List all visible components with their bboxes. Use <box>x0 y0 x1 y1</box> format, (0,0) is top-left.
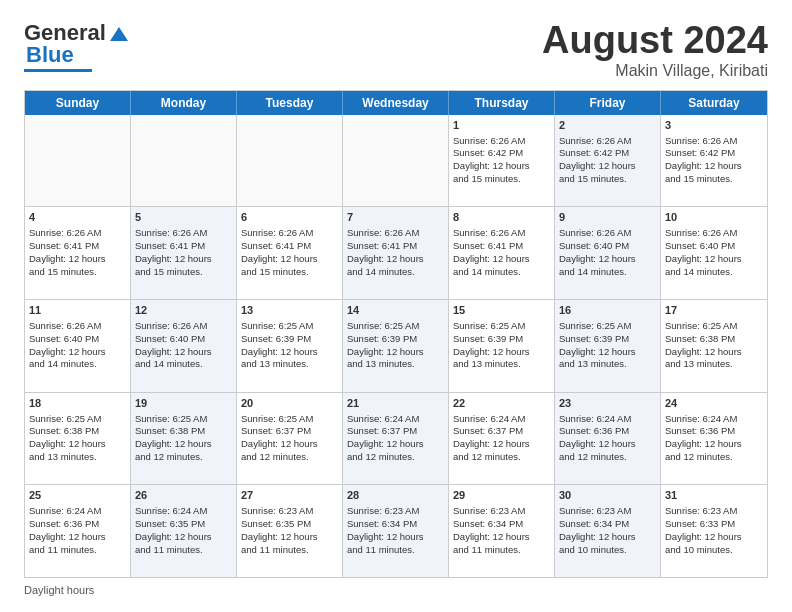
day-info: Daylight: 12 hours <box>135 346 232 359</box>
day-info: and 14 minutes. <box>453 266 550 279</box>
day-number: 25 <box>29 488 126 503</box>
day-info: Daylight: 12 hours <box>453 160 550 173</box>
day-number: 30 <box>559 488 656 503</box>
empty-cell <box>131 115 237 207</box>
day-info: Sunset: 6:40 PM <box>29 333 126 346</box>
day-info: Daylight: 12 hours <box>453 531 550 544</box>
day-info: and 12 minutes. <box>347 451 444 464</box>
day-cell-8: 8Sunrise: 6:26 AMSunset: 6:41 PMDaylight… <box>449 207 555 299</box>
empty-cell <box>343 115 449 207</box>
day-number: 26 <box>135 488 232 503</box>
day-info: and 13 minutes. <box>29 451 126 464</box>
day-number: 27 <box>241 488 338 503</box>
day-info: Daylight: 12 hours <box>241 531 338 544</box>
calendar: SundayMondayTuesdayWednesdayThursdayFrid… <box>24 90 768 578</box>
day-info: Daylight: 12 hours <box>135 531 232 544</box>
day-info: and 11 minutes. <box>453 544 550 557</box>
day-info: Daylight: 12 hours <box>453 253 550 266</box>
day-cell-29: 29Sunrise: 6:23 AMSunset: 6:34 PMDayligh… <box>449 485 555 577</box>
day-info: Sunset: 6:34 PM <box>453 518 550 531</box>
day-info: Sunset: 6:34 PM <box>347 518 444 531</box>
day-info: Sunrise: 6:26 AM <box>665 135 763 148</box>
svg-marker-0 <box>110 27 128 41</box>
day-number: 3 <box>665 118 763 133</box>
day-info: and 13 minutes. <box>665 358 763 371</box>
day-info: Sunset: 6:42 PM <box>453 147 550 160</box>
day-info: Sunrise: 6:25 AM <box>665 320 763 333</box>
day-header-tuesday: Tuesday <box>237 91 343 115</box>
subtitle: Makin Village, Kiribati <box>542 62 768 80</box>
day-info: Daylight: 12 hours <box>241 346 338 359</box>
day-info: Daylight: 12 hours <box>453 346 550 359</box>
day-info: and 15 minutes. <box>241 266 338 279</box>
day-info: Sunset: 6:36 PM <box>29 518 126 531</box>
day-header-sunday: Sunday <box>25 91 131 115</box>
day-cell-21: 21Sunrise: 6:24 AMSunset: 6:37 PMDayligh… <box>343 393 449 485</box>
day-info: Daylight: 12 hours <box>347 438 444 451</box>
day-number: 24 <box>665 396 763 411</box>
day-info: and 15 minutes. <box>135 266 232 279</box>
day-info: and 14 minutes. <box>29 358 126 371</box>
main-title: August 2024 <box>542 20 768 62</box>
day-cell-19: 19Sunrise: 6:25 AMSunset: 6:38 PMDayligh… <box>131 393 237 485</box>
day-number: 18 <box>29 396 126 411</box>
day-number: 8 <box>453 210 550 225</box>
day-info: and 10 minutes. <box>665 544 763 557</box>
page: General Blue August 2024 Makin Village, … <box>0 0 792 612</box>
day-cell-23: 23Sunrise: 6:24 AMSunset: 6:36 PMDayligh… <box>555 393 661 485</box>
day-number: 9 <box>559 210 656 225</box>
day-info: Sunrise: 6:25 AM <box>559 320 656 333</box>
day-info: and 11 minutes. <box>347 544 444 557</box>
day-info: and 12 minutes. <box>665 451 763 464</box>
day-info: and 13 minutes. <box>347 358 444 371</box>
day-cell-13: 13Sunrise: 6:25 AMSunset: 6:39 PMDayligh… <box>237 300 343 392</box>
day-number: 6 <box>241 210 338 225</box>
day-info: and 13 minutes. <box>241 358 338 371</box>
day-info: Sunrise: 6:24 AM <box>559 413 656 426</box>
day-cell-15: 15Sunrise: 6:25 AMSunset: 6:39 PMDayligh… <box>449 300 555 392</box>
day-info: Daylight: 12 hours <box>29 531 126 544</box>
day-info: Sunset: 6:38 PM <box>29 425 126 438</box>
day-header-thursday: Thursday <box>449 91 555 115</box>
day-number: 17 <box>665 303 763 318</box>
calendar-row-1: 1Sunrise: 6:26 AMSunset: 6:42 PMDaylight… <box>25 115 767 208</box>
day-info: Daylight: 12 hours <box>559 160 656 173</box>
day-info: Daylight: 12 hours <box>665 253 763 266</box>
day-info: Sunset: 6:37 PM <box>453 425 550 438</box>
day-number: 31 <box>665 488 763 503</box>
day-info: Daylight: 12 hours <box>665 346 763 359</box>
calendar-body: 1Sunrise: 6:26 AMSunset: 6:42 PMDaylight… <box>25 115 767 577</box>
day-info: Sunset: 6:37 PM <box>347 425 444 438</box>
day-info: Sunrise: 6:26 AM <box>453 227 550 240</box>
day-info: Sunset: 6:41 PM <box>241 240 338 253</box>
logo-part2: Blue <box>26 42 74 68</box>
empty-cell <box>25 115 131 207</box>
day-number: 13 <box>241 303 338 318</box>
day-cell-1: 1Sunrise: 6:26 AMSunset: 6:42 PMDaylight… <box>449 115 555 207</box>
calendar-row-4: 18Sunrise: 6:25 AMSunset: 6:38 PMDayligh… <box>25 393 767 486</box>
day-number: 12 <box>135 303 232 318</box>
day-number: 1 <box>453 118 550 133</box>
day-number: 14 <box>347 303 444 318</box>
day-info: Sunrise: 6:24 AM <box>29 505 126 518</box>
day-number: 16 <box>559 303 656 318</box>
day-info: Sunset: 6:40 PM <box>559 240 656 253</box>
day-info: and 15 minutes. <box>453 173 550 186</box>
day-cell-28: 28Sunrise: 6:23 AMSunset: 6:34 PMDayligh… <box>343 485 449 577</box>
day-info: and 14 minutes. <box>559 266 656 279</box>
day-info: Sunset: 6:41 PM <box>29 240 126 253</box>
day-cell-17: 17Sunrise: 6:25 AMSunset: 6:38 PMDayligh… <box>661 300 767 392</box>
day-info: Sunset: 6:40 PM <box>135 333 232 346</box>
day-info: Sunset: 6:42 PM <box>665 147 763 160</box>
day-info: Sunrise: 6:26 AM <box>241 227 338 240</box>
day-cell-31: 31Sunrise: 6:23 AMSunset: 6:33 PMDayligh… <box>661 485 767 577</box>
day-info: Daylight: 12 hours <box>665 438 763 451</box>
day-info: Sunrise: 6:23 AM <box>241 505 338 518</box>
day-info: and 12 minutes. <box>559 451 656 464</box>
day-info: Daylight: 12 hours <box>559 438 656 451</box>
day-cell-16: 16Sunrise: 6:25 AMSunset: 6:39 PMDayligh… <box>555 300 661 392</box>
day-cell-3: 3Sunrise: 6:26 AMSunset: 6:42 PMDaylight… <box>661 115 767 207</box>
day-info: Sunrise: 6:26 AM <box>29 227 126 240</box>
calendar-row-2: 4Sunrise: 6:26 AMSunset: 6:41 PMDaylight… <box>25 207 767 300</box>
day-info: Daylight: 12 hours <box>559 531 656 544</box>
